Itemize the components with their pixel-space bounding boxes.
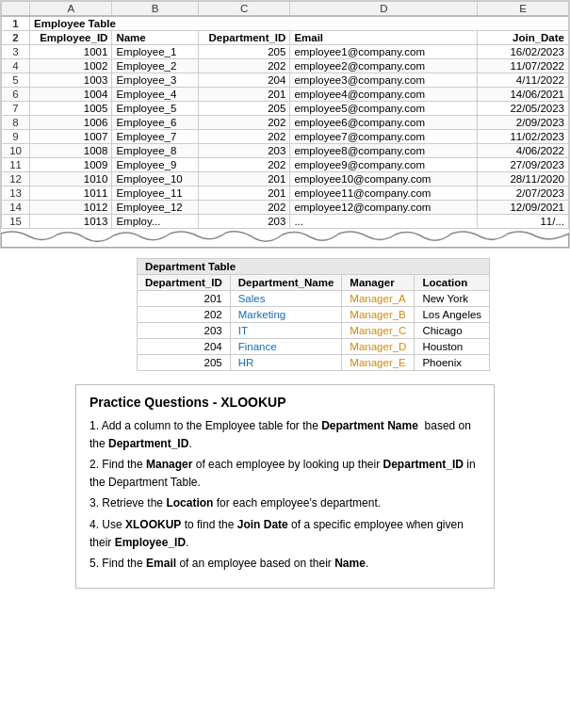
cell-date: 28/11/2020 [478,172,569,186]
dept-manager-value: Manager_A [350,293,405,304]
cell-date: 11/02/2023 [478,130,569,144]
cell-id: 1010 [30,172,112,186]
col-e-header: E [478,2,569,17]
header-join-date: Join_Date [478,31,569,45]
table-row: 6 1004 Employee_4 201 employee4@company.… [2,88,569,102]
dept-cell-location: Houston [415,339,490,355]
cell-email: employee2@company.com [290,59,478,73]
dept-cell-manager: Manager_A [342,291,415,307]
employee-table: A B C D E 1 Employee Table 2 Employee_ID… [1,1,569,229]
row-num-14: 14 [2,201,30,215]
bold-join-date: Join Date [237,518,288,531]
table-row: 10 1008 Employee_8 203 employee8@company… [2,144,569,158]
dept-cell-location: Los Angeles [415,307,490,323]
dept-manager-value: Manager_B [350,309,405,320]
column-header-row: A B C D E [2,2,569,17]
cell-name: Employ... [112,215,198,229]
dept-cell-name: IT [230,323,342,339]
cell-name: Employee_10 [112,172,198,186]
cell-name: Employee_2 [112,59,198,73]
cell-name: Employee_12 [112,201,198,215]
row-num-4: 4 [2,59,30,73]
dept-cell-manager: Manager_B [342,307,415,323]
cell-dept: 202 [198,59,290,73]
col-a-header: A [30,2,112,17]
dept-cell-name: Finance [230,339,342,355]
table-row: 12 1010 Employee_10 201 employee10@compa… [2,172,569,186]
table-row: 3 1001 Employee_1 205 employee1@company.… [2,45,569,59]
question-2: 2. Find the Manager of each employee by … [90,456,480,491]
cell-id: 1008 [30,144,112,158]
dept-cell-manager: Manager_D [342,339,415,355]
cell-date: 4/06/2022 [478,144,569,158]
dept-header-name: Department_Name [230,275,342,291]
dept-cell-name: HR [230,355,342,371]
cell-id: 1004 [30,88,112,102]
dept-cell-id: 201 [137,291,230,307]
cell-email: employee5@company.com [290,102,478,116]
dept-cell-id: 203 [137,323,230,339]
list-item: 203 IT Manager_C Chicago [137,323,489,339]
row-num-3: 3 [2,45,30,59]
row-num-11: 11 [2,158,30,172]
header-row: 2 Employee_ID Name Department_ID Email J… [2,31,569,45]
question-3: 3. Retrieve the Location for each employ… [90,494,480,512]
department-table: Department Table Department_ID Departmen… [137,258,490,371]
cell-name: Employee_1 [112,45,198,59]
table-row: 7 1005 Employee_5 205 employee5@company.… [2,102,569,116]
cell-name: Employee_9 [112,158,198,172]
practice-title: Practice Questions - XLOOKUP [90,395,480,410]
cell-name: Employee_6 [112,116,198,130]
cell-dept: 205 [198,102,290,116]
dept-name-link[interactable]: Marketing [238,309,286,320]
cell-id: 1007 [30,130,112,144]
cell-dept: 201 [198,186,290,201]
dept-cell-name: Marketing [230,307,342,323]
cell-date: 14/06/2021 [478,88,569,102]
cell-dept: 202 [198,130,290,144]
cell-date: 11/07/2022 [478,59,569,73]
row-num-8: 8 [2,116,30,130]
cell-name: Employee_8 [112,144,198,158]
bold-employee-id: Employee_ID [115,536,186,549]
header-employee-id: Employee_ID [30,31,112,45]
dept-manager-value: Manager_D [350,341,406,352]
dept-cell-location: Chicago [415,323,490,339]
dept-header-location: Location [415,275,490,291]
dept-cell-id: 202 [137,307,230,323]
dept-name-link[interactable]: Sales [238,293,266,304]
bold-name: Name [334,557,366,570]
col-d-header: D [290,2,478,17]
cell-id: 1002 [30,59,112,73]
bold-dept-id: Department_ID [108,437,188,450]
dept-cell-id: 205 [137,355,230,371]
dept-header-row: Department_ID Department_Name Manager Lo… [137,275,489,291]
table-row: 8 1006 Employee_6 202 employee6@company.… [2,116,569,130]
cell-date: 4/11/2022 [478,73,569,88]
torn-edge [1,229,569,248]
row-num-15: 15 [2,215,30,229]
bold-email: Email [146,557,176,570]
dept-cell-name: Sales [230,291,342,307]
header-email: Email [290,31,478,45]
dept-cell-manager: Manager_C [342,323,415,339]
dept-name-link[interactable]: HR [238,357,254,368]
cell-date: 11/... [478,215,569,229]
cell-email: ... [290,215,478,229]
list-item: 202 Marketing Manager_B Los Angeles [137,307,489,323]
cell-email: employee11@company.com [290,186,478,201]
title-row: 1 Employee Table [2,16,569,31]
cell-dept: 202 [198,116,290,130]
cell-id: 1012 [30,201,112,215]
cell-date: 22/05/2023 [478,102,569,116]
employee-table-title: Employee Table [30,16,569,31]
department-section: Department Table Department_ID Departmen… [0,249,570,377]
dept-cell-id: 204 [137,339,230,355]
dept-name-link[interactable]: Finance [238,341,277,352]
header-dept-id: Department_ID [198,31,290,45]
row-num-10: 10 [2,144,30,158]
bold-dept-name: Department Name [321,419,418,432]
cell-dept: 202 [198,201,290,215]
row-num-6: 6 [2,88,30,102]
dept-name-link[interactable]: IT [238,325,248,336]
